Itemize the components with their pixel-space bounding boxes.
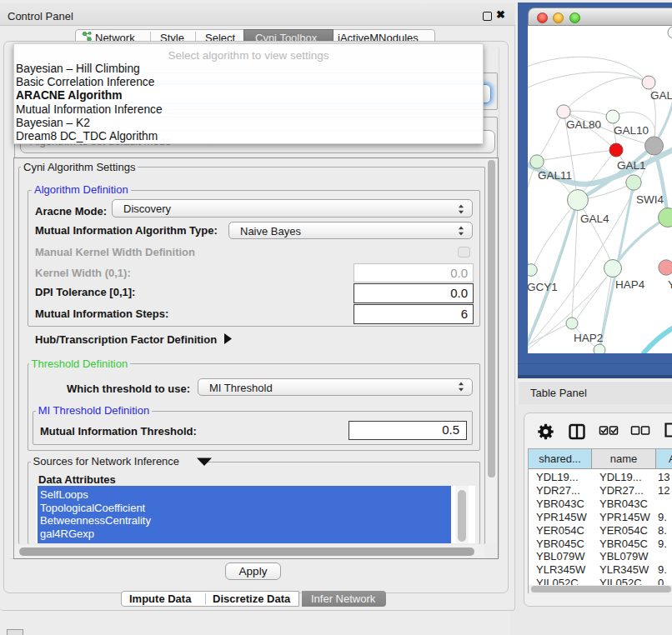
svg-text:GAL4: GAL4 (580, 212, 609, 225)
svg-text:GAL7: GAL7 (650, 89, 672, 102)
svg-text:HAP4: HAP4 (615, 278, 645, 291)
svg-text:GAL10: GAL10 (614, 124, 649, 137)
svg-text:GAL11: GAL11 (538, 169, 572, 182)
svg-text:YM: YM (668, 278, 672, 291)
svg-text:GAL80: GAL80 (566, 118, 601, 131)
svg-text:HAP2: HAP2 (574, 332, 603, 344)
svg-text:SWI4: SWI4 (636, 193, 664, 206)
svg-text:GAL1: GAL1 (617, 159, 646, 172)
svg-text:GCY1: GCY1 (528, 281, 558, 293)
